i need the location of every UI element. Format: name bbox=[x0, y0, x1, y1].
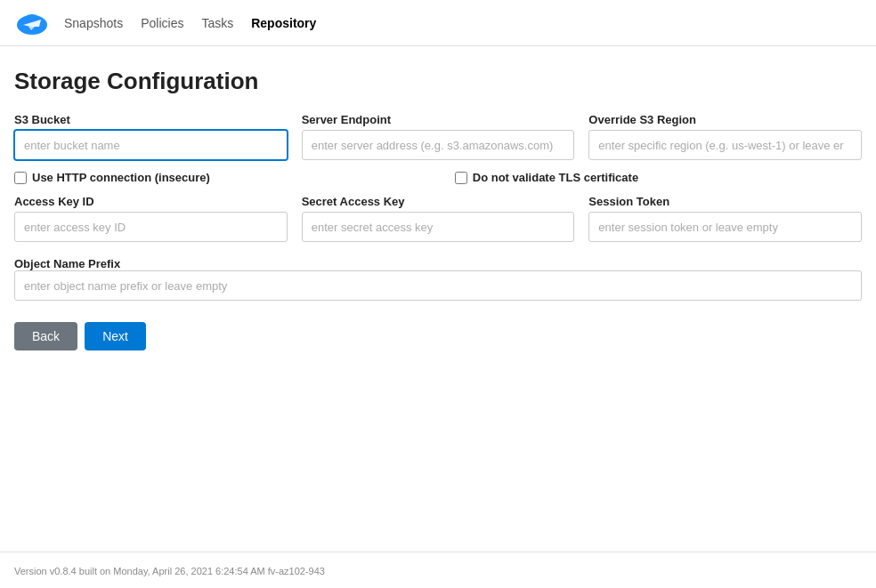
checkbox-row: Use HTTP connection (insecure) Do not va… bbox=[14, 171, 862, 184]
bucket-endpoint-row: S3 Bucket Server Endpoint Override S3 Re… bbox=[14, 113, 862, 160]
use-http-checkbox[interactable] bbox=[14, 172, 27, 184]
server-endpoint-label: Server Endpoint bbox=[302, 113, 575, 126]
nav-policies[interactable]: Policies bbox=[141, 16, 183, 30]
secret-access-key-group: Secret Access Key bbox=[302, 195, 575, 242]
use-http-label[interactable]: Use HTTP connection (insecure) bbox=[32, 171, 210, 184]
object-prefix-input[interactable] bbox=[14, 270, 862, 301]
s3-bucket-input[interactable] bbox=[14, 130, 288, 160]
secret-access-key-input[interactable] bbox=[302, 212, 575, 242]
button-row: Back Next bbox=[14, 322, 862, 350]
nav-snapshots[interactable]: Snapshots bbox=[64, 16, 123, 30]
app-logo bbox=[14, 5, 50, 41]
s3-bucket-label: S3 Bucket bbox=[14, 113, 288, 126]
override-region-input[interactable] bbox=[588, 130, 862, 160]
main-content: Storage Configuration S3 Bucket Server E… bbox=[0, 46, 876, 386]
override-region-label: Override S3 Region bbox=[588, 113, 862, 126]
session-token-label: Session Token bbox=[588, 195, 862, 208]
nav-links: Snapshots Policies Tasks Repository bbox=[64, 16, 316, 30]
navbar: Snapshots Policies Tasks Repository bbox=[0, 0, 876, 46]
s3-bucket-group: S3 Bucket bbox=[14, 113, 288, 160]
next-button[interactable]: Next bbox=[85, 322, 146, 350]
nav-tasks[interactable]: Tasks bbox=[201, 16, 233, 30]
secret-access-key-label: Secret Access Key bbox=[302, 195, 575, 208]
back-button[interactable]: Back bbox=[14, 322, 77, 350]
credentials-row: Access Key ID Secret Access Key Session … bbox=[14, 195, 862, 242]
no-validate-tls-group: Do not validate TLS certificate bbox=[455, 171, 638, 184]
footer: Version v0.8.4 built on Monday, April 26… bbox=[0, 552, 876, 588]
no-validate-tls-label[interactable]: Do not validate TLS certificate bbox=[473, 171, 638, 184]
server-endpoint-group: Server Endpoint bbox=[302, 113, 575, 160]
access-key-id-input[interactable] bbox=[14, 212, 288, 242]
no-validate-tls-checkbox[interactable] bbox=[455, 172, 467, 184]
session-token-group: Session Token bbox=[588, 195, 862, 242]
version-text: Version v0.8.4 built on Monday, April 26… bbox=[14, 566, 325, 576]
use-http-group: Use HTTP connection (insecure) bbox=[14, 171, 210, 184]
session-token-input[interactable] bbox=[588, 212, 862, 242]
override-region-group: Override S3 Region bbox=[588, 113, 862, 160]
access-key-id-label: Access Key ID bbox=[14, 195, 288, 208]
page-title: Storage Configuration bbox=[14, 68, 862, 95]
nav-repository[interactable]: Repository bbox=[251, 16, 316, 30]
access-key-id-group: Access Key ID bbox=[14, 195, 288, 242]
object-prefix-label: Object Name Prefix bbox=[14, 257, 120, 270]
server-endpoint-input[interactable] bbox=[302, 130, 575, 160]
object-prefix-group: Object Name Prefix bbox=[14, 256, 862, 301]
